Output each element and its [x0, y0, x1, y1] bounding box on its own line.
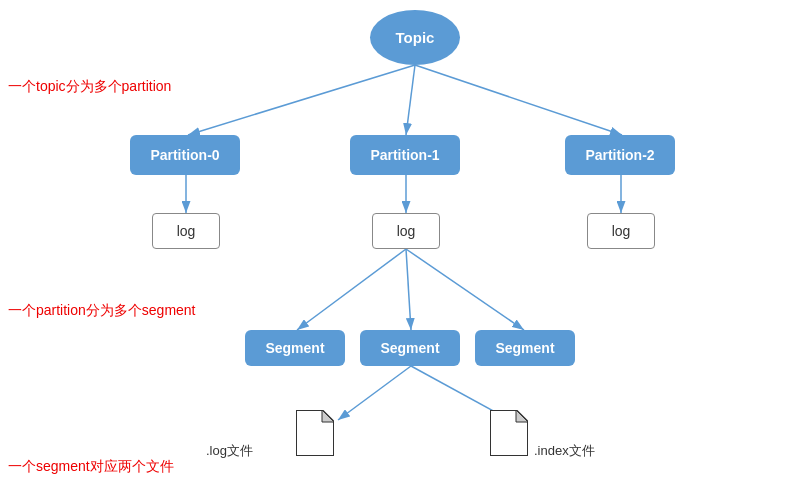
- segment2-node: Segment: [475, 330, 575, 366]
- svg-line-7: [297, 249, 406, 330]
- topic-node: Topic: [370, 10, 460, 65]
- svg-line-1: [188, 65, 415, 135]
- index-file-icon: [490, 410, 528, 456]
- svg-line-10: [338, 366, 411, 420]
- diagram: Topic Partition-0 Partition-1 Partition-…: [0, 0, 806, 502]
- segment1-node: Segment: [360, 330, 460, 366]
- log-file-label: .log文件: [206, 442, 253, 460]
- svg-marker-15: [516, 410, 528, 422]
- log-file-icon: [296, 410, 334, 456]
- svg-line-2: [406, 65, 415, 135]
- arrows-svg: [0, 0, 806, 502]
- svg-line-8: [406, 249, 411, 330]
- log1-node: log: [372, 213, 440, 249]
- annotation-segment-files: 一个segment对应两个文件: [8, 458, 174, 476]
- index-file-label: .index文件: [534, 442, 595, 460]
- annotation-partition-segment: 一个partition分为多个segment: [8, 302, 196, 320]
- partition1-node: Partition-1: [350, 135, 460, 175]
- log2-node: log: [587, 213, 655, 249]
- partition0-node: Partition-0: [130, 135, 240, 175]
- svg-line-9: [406, 249, 524, 330]
- partition2-node: Partition-2: [565, 135, 675, 175]
- svg-marker-13: [322, 410, 334, 422]
- svg-line-3: [415, 65, 622, 135]
- segment0-node: Segment: [245, 330, 345, 366]
- annotation-topic-partition: 一个topic分为多个partition: [8, 78, 171, 96]
- log0-node: log: [152, 213, 220, 249]
